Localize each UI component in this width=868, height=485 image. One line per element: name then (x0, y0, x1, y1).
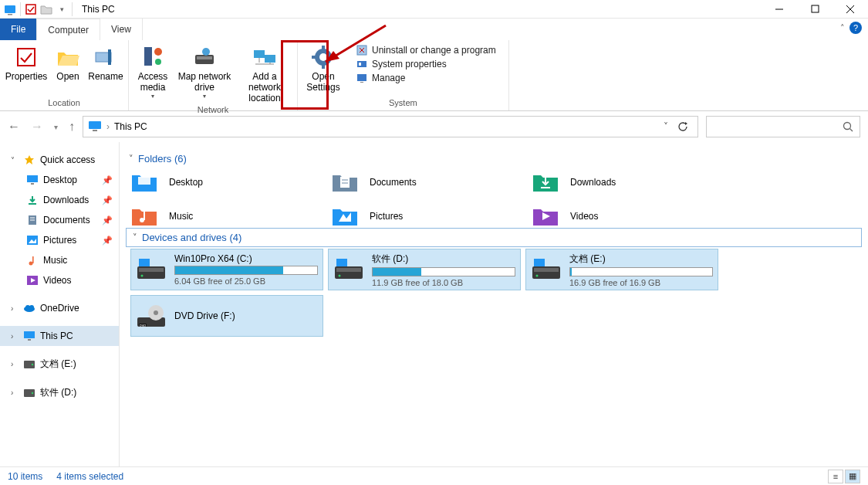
downloads-icon (26, 194, 39, 206)
help-icon[interactable]: ? (849, 22, 862, 34)
svg-rect-35 (93, 130, 97, 131)
address-dropdown-icon[interactable]: ˅ (664, 121, 668, 132)
collapse-ribbon-icon[interactable]: ˄ (840, 23, 845, 33)
rename-button[interactable]: Rename (88, 43, 123, 82)
sidebar-onedrive[interactable]: › OneDrive (0, 298, 119, 318)
tiles-view-button[interactable]: ▦ (845, 470, 860, 483)
sidebar-item-desktop[interactable]: Desktop 📌 (0, 170, 119, 190)
svg-point-11 (154, 48, 162, 56)
folder-qat-icon[interactable] (39, 2, 53, 16)
sidebar-item-downloads[interactable]: Downloads 📌 (0, 190, 119, 210)
uninstall-button[interactable]: Uninstall or change a program (356, 45, 496, 56)
folder-name: Videos (570, 211, 598, 222)
svg-rect-34 (89, 121, 101, 129)
svg-rect-25 (312, 56, 316, 59)
address-bar-row: ← → ▾ ↑ › This PC ˅ (0, 111, 868, 142)
drive-icon (23, 358, 35, 371)
refresh-button[interactable] (673, 121, 693, 132)
tab-computer[interactable]: Computer (37, 19, 100, 40)
svg-rect-67 (144, 211, 145, 220)
minimize-button[interactable] (762, 0, 797, 19)
sidebar-this-pc[interactable]: › This PC (0, 326, 119, 346)
system-properties-button[interactable]: System properties (356, 59, 496, 70)
pin-icon: 📌 (102, 236, 113, 246)
close-button[interactable] (833, 0, 868, 19)
folder-item[interactable]: Downloads (532, 171, 724, 194)
map-drive-button[interactable]: Map network drive ▾ (177, 43, 232, 100)
dvd-drive-icon: DVD (136, 304, 167, 328)
uninstall-icon (356, 45, 367, 56)
maximize-button[interactable] (797, 0, 833, 19)
app-icon (3, 2, 17, 16)
svg-rect-71 (139, 268, 164, 272)
gear-icon (311, 45, 336, 70)
folder-name: Music (169, 211, 193, 222)
folder-name: Downloads (570, 177, 616, 188)
folder-item[interactable]: Desktop (130, 171, 323, 194)
open-settings-label: Open Settings (302, 71, 344, 93)
sidebar-item-videos[interactable]: Videos (0, 270, 119, 290)
svg-point-12 (155, 59, 161, 65)
folder-icon (532, 171, 559, 194)
properties-label: Properties (5, 71, 48, 82)
documents-icon (26, 214, 39, 226)
onedrive-label: OneDrive (40, 303, 79, 314)
svg-rect-29 (359, 63, 361, 66)
svg-rect-16 (254, 50, 265, 58)
drive-name: 文档 (E:) (569, 253, 713, 266)
manage-button[interactable]: Manage (356, 73, 496, 83)
sidebar-item-documents[interactable]: Documents 📌 (0, 210, 119, 230)
folder-item[interactable]: Music (130, 205, 323, 228)
folder-item[interactable]: Videos (532, 205, 724, 228)
details-view-button[interactable]: ≡ (828, 470, 843, 483)
forward-button[interactable]: → (31, 120, 43, 134)
sidebar-quick-access[interactable]: ˅ Quick access (0, 150, 119, 170)
add-network-location-button[interactable]: Add a network location (237, 43, 292, 103)
svg-rect-24 (322, 64, 325, 69)
svg-rect-0 (5, 5, 15, 13)
sidebar-item-label: 软件 (D:) (40, 386, 76, 399)
sidebar-drive-e[interactable]: › 文档 (E:) (0, 354, 119, 375)
folder-item[interactable]: Pictures (331, 205, 524, 228)
properties-qat-icon[interactable] (24, 2, 38, 16)
svg-point-60 (32, 392, 33, 393)
system-small-buttons: Uninstall or change a program System pro… (349, 43, 504, 83)
section-folders[interactable]: ˅ Folders (6) (126, 145, 868, 171)
breadcrumb[interactable]: This PC (114, 121, 147, 132)
nav-pane: ˅ Quick access Desktop 📌 Downloads 📌 Doc… (0, 142, 120, 466)
drive-free: 6.04 GB free of 25.0 GB (174, 276, 318, 286)
cloud-icon (23, 302, 35, 314)
tab-file[interactable]: File (0, 19, 37, 40)
sidebar-item-pictures[interactable]: Pictures 📌 (0, 230, 119, 250)
search-input[interactable] (706, 116, 860, 137)
drive-item[interactable]: 文档 (E:)16.9 GB free of 16.9 GB (525, 249, 718, 290)
properties-button[interactable]: Properties (5, 43, 48, 82)
sidebar-item-label: Videos (43, 275, 71, 286)
open-button[interactable]: Open (52, 43, 83, 82)
qat-dropdown-icon[interactable]: ▾ (55, 2, 69, 16)
section-drives[interactable]: ˅ Devices and drives (4) (126, 228, 862, 247)
svg-rect-23 (322, 46, 325, 50)
up-button[interactable]: ↑ (69, 120, 75, 134)
sidebar-drive-d[interactable]: › 软件 (D:) (0, 382, 119, 403)
sidebar-item-label: 文档 (E:) (40, 358, 76, 371)
drive-item[interactable]: Win10Pro X64 (C:)6.04 GB free of 25.0 GB (130, 249, 323, 290)
drive-item[interactable]: 软件 (D:)11.9 GB free of 18.0 GB (328, 249, 521, 290)
drive-item[interactable]: DVDDVD Drive (F:) (130, 295, 323, 337)
chevron-down-icon: ˅ (129, 154, 133, 164)
tab-view[interactable]: View (100, 19, 143, 40)
svg-rect-4 (812, 5, 819, 12)
sidebar-item-music[interactable]: Music (0, 250, 119, 270)
open-folder-icon (56, 45, 80, 70)
address-bar[interactable]: › This PC ˅ (83, 116, 698, 137)
usage-bar (569, 267, 713, 276)
back-button[interactable]: ← (8, 120, 20, 134)
folder-item[interactable]: Documents (331, 171, 524, 194)
svg-marker-36 (685, 122, 687, 125)
this-pc-label: This PC (40, 331, 73, 341)
usage-bar (372, 267, 515, 276)
open-settings-button[interactable]: Open Settings (302, 43, 344, 93)
recent-locations-icon[interactable]: ▾ (54, 123, 58, 131)
access-media-button[interactable]: Access media ▾ (133, 43, 172, 100)
group-label-network: Network (133, 103, 292, 117)
